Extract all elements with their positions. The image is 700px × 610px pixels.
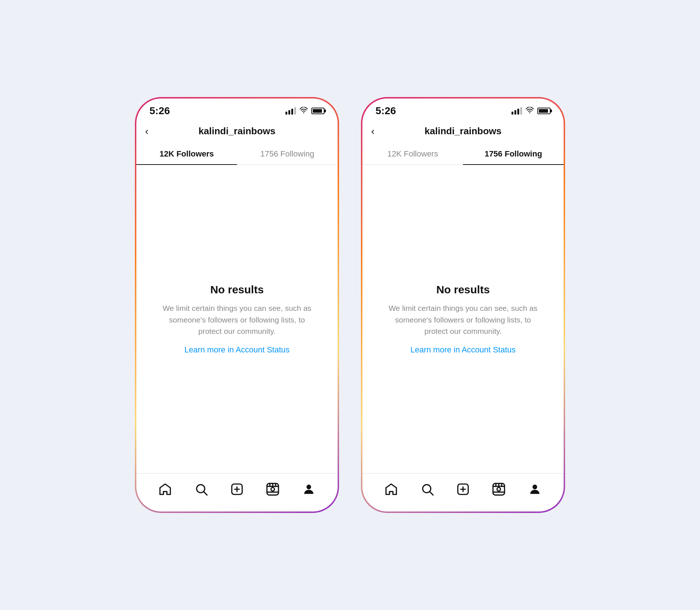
status-bar-right: 5:26	[362, 99, 564, 120]
home-icon-left[interactable]	[158, 482, 173, 497]
back-button-right[interactable]: ‹	[371, 126, 374, 136]
status-bar-left: 5:26	[136, 99, 338, 120]
svg-point-13	[306, 484, 311, 489]
content-left: No results We limit certain things you c…	[136, 165, 338, 473]
phone-screen-right: 5:26	[362, 99, 564, 511]
signal-icon-left	[285, 107, 296, 115]
battery-icon-left	[311, 108, 324, 114]
tab-following-right[interactable]: 1756 Following	[463, 142, 564, 165]
svg-point-27	[532, 484, 537, 489]
tab-following-left[interactable]: 1756 Following	[237, 142, 338, 165]
profile-icon-right[interactable]	[527, 482, 542, 497]
phone-border-right: 5:26	[361, 97, 565, 513]
reels-icon-right[interactable]	[491, 482, 506, 497]
search-icon-right[interactable]	[420, 482, 435, 497]
status-icons-left	[285, 107, 324, 115]
add-icon-left[interactable]	[229, 482, 245, 497]
learn-more-link-left[interactable]: Learn more in Account Status	[184, 345, 290, 355]
header-title-right: kalindi_rainbows	[425, 126, 502, 137]
reels-icon-left[interactable]	[265, 482, 280, 497]
no-results-desc-left: We limit certain things you can see, suc…	[158, 302, 316, 337]
status-time-left: 5:26	[149, 105, 170, 117]
phone-border-left: 5:26	[135, 97, 339, 513]
phone-left: 5:26	[135, 97, 339, 513]
no-results-title-right: No results	[436, 283, 490, 296]
add-icon-right[interactable]	[455, 482, 471, 497]
svg-point-21	[497, 487, 501, 491]
status-icons-right	[512, 107, 551, 115]
svg-point-7	[271, 487, 275, 491]
no-results-title-left: No results	[210, 283, 264, 296]
header-title-left: kalindi_rainbows	[199, 126, 276, 137]
signal-icon-right	[512, 107, 522, 115]
svg-point-0	[303, 112, 304, 113]
svg-line-2	[204, 492, 207, 495]
search-icon-left[interactable]	[194, 482, 209, 497]
profile-icon-left[interactable]	[301, 482, 316, 497]
svg-point-14	[529, 112, 530, 113]
learn-more-link-right[interactable]: Learn more in Account Status	[411, 345, 516, 355]
header-right: ‹ kalindi_rainbows	[362, 120, 564, 142]
wifi-icon-right	[526, 107, 534, 115]
status-time-right: 5:26	[376, 105, 396, 117]
content-right: No results We limit certain things you c…	[362, 165, 564, 473]
svg-line-16	[430, 492, 433, 495]
bottom-nav-left	[136, 473, 338, 511]
tabs-left: 12K Followers 1756 Following	[136, 142, 338, 165]
no-results-desc-right: We limit certain things you can see, suc…	[384, 302, 542, 337]
tab-followers-left[interactable]: 12K Followers	[136, 142, 237, 165]
header-left: ‹ kalindi_rainbows	[136, 120, 338, 142]
battery-icon-right	[537, 108, 551, 114]
bottom-nav-right	[362, 473, 564, 511]
phone-screen-left: 5:26	[136, 99, 338, 511]
back-button-left[interactable]: ‹	[145, 126, 148, 136]
wifi-icon-left	[300, 107, 308, 115]
tabs-right: 12K Followers 1756 Following	[362, 142, 564, 165]
phone-right: 5:26	[361, 97, 565, 513]
tab-followers-right[interactable]: 12K Followers	[362, 142, 463, 165]
home-icon-right[interactable]	[384, 482, 399, 497]
